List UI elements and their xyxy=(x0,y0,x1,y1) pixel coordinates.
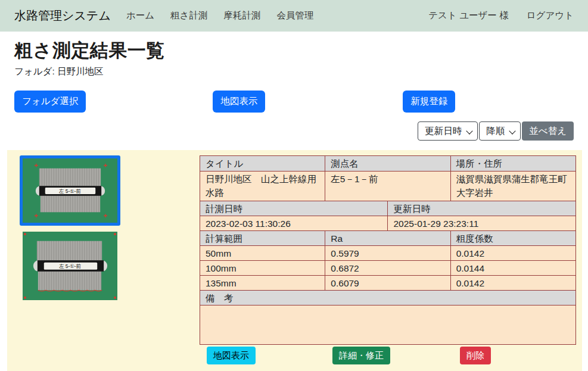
main-content: 粗さ測定結果一覧 フォルダ: 日野川地区 フォルダ選択 地図表示 新規登録 更新… xyxy=(0,38,588,141)
sort-apply-button[interactable]: 並べ替え xyxy=(522,121,574,141)
measurement-photo-secondary[interactable]: 左 5-①-前 xyxy=(23,232,117,300)
chevron-down-icon xyxy=(466,127,473,134)
col-header-measured-at: 計測日時 xyxy=(200,201,388,216)
col-header-location: 場所・住所 xyxy=(451,156,576,172)
record-map-button[interactable]: 地図表示 xyxy=(207,347,256,364)
thumbnail-column: 左 5-①-前 xyxy=(20,155,121,371)
navbar: 水路管理システム ホーム 粗さ計測 摩耗計測 会員管理 テスト ユーザー 様 ロ… xyxy=(0,0,588,32)
range-value: 100mm xyxy=(200,261,325,276)
col-header-coef: 粗度係数 xyxy=(451,231,576,246)
nav-item-roughness[interactable]: 粗さ計測 xyxy=(170,10,207,22)
col-header-ra: Ra xyxy=(325,231,450,246)
record-actions: 地図表示 詳細・修正 削除 xyxy=(200,347,576,367)
toolbar: フォルダ選択 地図表示 新規登録 xyxy=(14,91,588,113)
map-show-button[interactable]: 地図表示 xyxy=(213,91,265,113)
logout-link[interactable]: ログアウト xyxy=(527,10,574,22)
record-updated-at: 2025-01-29 23:23:11 xyxy=(388,216,576,231)
col-header-point: 測点名 xyxy=(325,156,450,172)
gauge-photo-image: 左 5-①-前 xyxy=(23,158,117,223)
nav-item-members[interactable]: 会員管理 xyxy=(276,10,313,22)
navbar-right: テスト ユーザー 様 ログアウト xyxy=(428,10,574,22)
col-header-range: 計算範囲 xyxy=(200,231,325,246)
record-location: 滋賀県滋賀県蒲生郡竜王町大字岩井 xyxy=(451,172,576,201)
gauge-photo-image: 左 5-①-前 xyxy=(23,232,117,300)
ra-value: 0.6872 xyxy=(325,261,450,276)
coef-value: 0.0142 xyxy=(451,276,576,291)
folder-name: 日野川地区 xyxy=(57,66,104,76)
record-detail-area: タイトル 測点名 場所・住所 日野川地区 山之上幹線用水路 左5－1－前 滋賀県… xyxy=(200,155,576,371)
photo-label-text: 左 5-①-前 xyxy=(58,263,81,269)
sort-order-value: 降順 xyxy=(486,125,505,138)
ra-value: 0.5979 xyxy=(325,246,450,261)
folder-label: フォルダ: xyxy=(14,66,55,76)
nav-item-home[interactable]: ホーム xyxy=(126,10,154,22)
record-detail-button[interactable]: 詳細・修正 xyxy=(332,347,390,364)
record-measured-at: 2023-02-03 11:30:26 xyxy=(200,216,388,231)
app-brand[interactable]: 水路管理システム xyxy=(14,8,111,24)
measurement-photo-selected[interactable]: 左 5-①-前 xyxy=(20,155,120,226)
sort-field-value: 更新日時 xyxy=(425,125,462,138)
coef-value: 0.0144 xyxy=(451,261,576,276)
chevron-down-icon xyxy=(509,127,516,134)
sort-order-select[interactable]: 降順 xyxy=(479,121,521,141)
record-card: 左 5-①-前 xyxy=(7,150,582,371)
record-detail-table: タイトル 測点名 場所・住所 日野川地区 山之上幹線用水路 左5－1－前 滋賀県… xyxy=(200,155,576,345)
record-remarks xyxy=(200,305,576,345)
sort-field-select[interactable]: 更新日時 xyxy=(418,121,478,141)
folder-select-button[interactable]: フォルダ選択 xyxy=(14,91,86,113)
ra-value: 0.6079 xyxy=(325,276,450,291)
record-point: 左5－1－前 xyxy=(325,172,450,201)
col-header-title: タイトル xyxy=(200,156,325,172)
coef-value: 0.0142 xyxy=(451,246,576,261)
range-value: 50mm xyxy=(200,246,325,261)
nav-item-wear[interactable]: 摩耗計測 xyxy=(223,10,260,22)
new-entry-button[interactable]: 新規登録 xyxy=(403,91,455,113)
folder-line: フォルダ: 日野川地区 xyxy=(14,66,588,78)
record-title: 日野川地区 山之上幹線用水路 xyxy=(200,172,325,201)
col-header-updated-at: 更新日時 xyxy=(388,201,576,216)
page-title: 粗さ測定結果一覧 xyxy=(14,38,588,63)
range-value: 135mm xyxy=(200,276,325,291)
sort-controls: 更新日時 降順 並べ替え xyxy=(14,121,574,141)
photo-label-text: 左 5-①-前 xyxy=(58,188,82,194)
record-delete-button[interactable]: 削除 xyxy=(460,347,491,364)
col-header-remarks: 備 考 xyxy=(200,291,576,305)
user-name-label: テスト ユーザー 様 xyxy=(428,10,508,22)
